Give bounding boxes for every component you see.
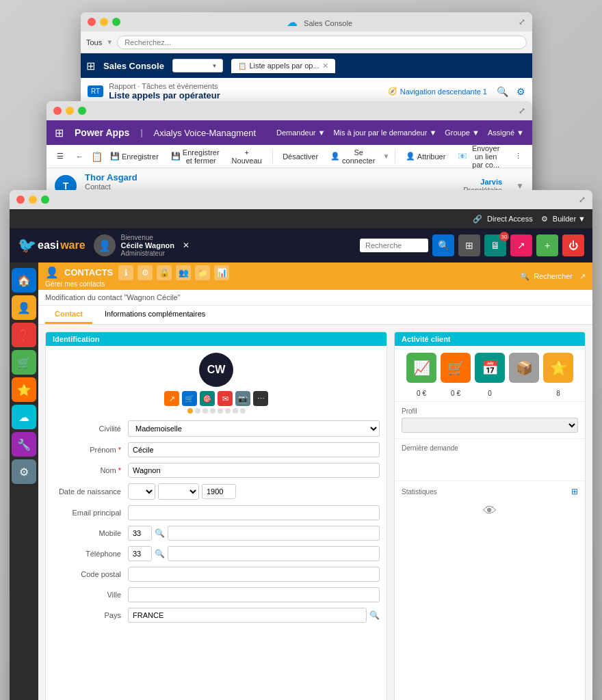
sf-tab-close-icon[interactable]: ✕ (322, 62, 328, 70)
ew-tel-search-icon[interactable]: 🔍 (155, 549, 165, 558)
ew-mobile-number-input[interactable] (168, 526, 380, 541)
sidebar-item-contacts[interactable]: 👤 (12, 295, 36, 320)
ew-direct-access-btn[interactable]: 🔗 Direct Access (473, 215, 533, 224)
pa-save-button[interactable]: 💾 Enregistrer (105, 150, 163, 163)
win3-maximize[interactable] (41, 196, 49, 204)
ew-contacts-icon-4[interactable]: 👥 (176, 265, 191, 280)
ew-av-icon-camera[interactable]: 📷 (235, 391, 250, 406)
sf-subtitle-settings-icon[interactable]: ⚙ (516, 86, 525, 97)
ew-tel-number-input[interactable] (168, 546, 380, 561)
pa-save-close-button[interactable]: 💾 Enregistrer et fermer (166, 146, 224, 167)
ew-contacts-search[interactable]: 🔍 Rechercher ↗ (520, 272, 586, 281)
sf-nav-desc[interactable]: 🧭 Navigation descendante 1 (388, 87, 487, 96)
ew-act-icon-package[interactable]: 📦 (509, 353, 539, 383)
ew-contacts-icon-5[interactable]: 📁 (195, 265, 210, 280)
win3-close[interactable] (16, 196, 25, 204)
ew-act-icon-calendar[interactable]: 📅 (475, 353, 505, 383)
ew-mobile-code-input[interactable] (128, 526, 152, 541)
ew-contacts-icon-1[interactable]: ℹ (118, 265, 133, 280)
ew-search-button[interactable]: 🔍 (432, 234, 454, 256)
ew-eye-icon: 👁 (402, 496, 578, 526)
sf-grid-icon[interactable]: ⊞ (86, 59, 95, 72)
ew-grid-button[interactable]: ⊞ (458, 234, 480, 256)
sidebar-item-settings[interactable]: ⚙ (12, 459, 36, 484)
ew-add-button[interactable]: + (536, 234, 558, 256)
ew-share-button[interactable]: ↗ (510, 234, 532, 256)
sidebar-item-cloud[interactable]: ☁ (12, 405, 36, 429)
sidebar-item-home[interactable]: 🏠 (12, 268, 36, 293)
sidebar-item-unknown[interactable]: ❓ (12, 323, 36, 347)
ew-profil-select[interactable] (402, 418, 578, 433)
pa-assign-button[interactable]: 👤 Attribuer (401, 150, 451, 163)
ew-ville-input[interactable] (128, 587, 380, 602)
sidebar-item-star[interactable]: ⭐ (12, 377, 36, 402)
pa-record-name[interactable]: Thor Asgard (85, 172, 455, 183)
ew-act-icon-sales[interactable]: 📈 (406, 353, 436, 383)
ew-civilite-select[interactable]: Mademoiselle (128, 420, 380, 437)
ew-monitor-button[interactable]: 🖥 30 (484, 234, 506, 256)
tab-infos-complementaires[interactable]: Informations complémentaires (95, 306, 215, 324)
win2-expand-icon[interactable]: ⤢ (519, 106, 525, 116)
ew-activity-icons: 📈 🛒 📅 📦 ⭐ (395, 346, 585, 390)
pa-demandeur-filter[interactable]: Demandeur ▼ (276, 129, 325, 137)
pa-more-button[interactable]: ⋮ (510, 150, 527, 163)
ew-power-button[interactable]: ⏻ (562, 234, 584, 256)
ew-header-search-input[interactable] (360, 239, 428, 252)
pa-menu-button[interactable]: ☰ (52, 150, 68, 163)
ew-mobile-label: Mobile (53, 529, 128, 537)
win1-maximize[interactable] (112, 18, 120, 26)
pa-back-button[interactable]: ← (71, 150, 88, 163)
ew-nom-input[interactable] (128, 463, 380, 478)
tab-contact[interactable]: Contact (45, 306, 92, 324)
pa-maj-filter[interactable]: Mis à jour par le demandeur ▼ (333, 129, 436, 137)
ew-dob-year-input[interactable] (202, 484, 236, 499)
ew-av-icon-target[interactable]: 🎯 (200, 391, 215, 406)
ew-contacts-icon-6[interactable]: 📊 (214, 265, 229, 280)
pa-connect-dropdown[interactable]: ▼ (382, 152, 389, 160)
ew-dob-month-select[interactable] (158, 483, 199, 500)
sf-subtitle-search-icon[interactable]: 🔍 (497, 86, 508, 97)
ew-builder-btn[interactable]: ⚙ Builder ▼ (541, 215, 586, 224)
win1-expand-icon[interactable]: ⤢ (519, 17, 525, 27)
ew-mobile-search-icon[interactable]: 🔍 (155, 528, 165, 538)
pa-assigne-filter[interactable]: Assigné ▼ (488, 129, 524, 137)
sf-rapports-dropdown[interactable]: Rapports (172, 59, 224, 72)
win1-minimize[interactable] (100, 18, 108, 26)
sidebar-item-tools[interactable]: 🔧 (12, 432, 36, 457)
ew-user-close-icon[interactable]: ✕ (183, 241, 189, 250)
ew-user-role: Administrateur (121, 250, 174, 257)
ew-stats-expand-icon[interactable]: ⊞ (571, 487, 578, 496)
pa-deactivate-button[interactable]: Désactiver (278, 150, 323, 163)
pa-connect-button[interactable]: 👤 Se connecter (326, 146, 380, 167)
pa-app-name: Axialys Voice-Managment (154, 128, 257, 138)
sf-active-tab[interactable]: 📋 Liste appels par op... ✕ (231, 59, 335, 73)
win2-close[interactable] (53, 107, 62, 115)
ew-av-icon-mail[interactable]: ✉ (218, 391, 233, 406)
ew-av-icon-share[interactable]: ↗ (164, 391, 179, 406)
ew-contacts-icon-3[interactable]: 🔒 (157, 265, 172, 280)
ew-postal-input[interactable] (128, 567, 380, 582)
sidebar-item-cart[interactable]: 🛒 (12, 350, 36, 375)
ew-act-icon-cart[interactable]: 🛒 (441, 353, 471, 383)
win2-minimize[interactable] (66, 107, 74, 115)
ew-email-input[interactable] (128, 505, 380, 520)
ew-pays-input[interactable] (128, 608, 367, 623)
pa-new-button[interactable]: + Nouveau (227, 146, 267, 167)
win2-maximize[interactable] (78, 107, 86, 115)
pa-collapse-icon[interactable]: ▼ (516, 181, 524, 191)
ew-pays-search-icon[interactable]: 🔍 (369, 610, 380, 620)
sf-search-input[interactable] (117, 36, 527, 49)
pa-groupe-filter[interactable]: Groupe ▼ (445, 129, 480, 137)
win1-close[interactable] (88, 18, 96, 26)
ew-dob-day-select[interactable] (128, 483, 155, 500)
ew-prenom-input[interactable] (128, 442, 380, 457)
pa-share-button[interactable]: 📧 Envoyer un lien par co... (453, 142, 507, 171)
ew-act-icon-star[interactable]: ⭐ (543, 353, 573, 383)
ew-av-icon-cart[interactable]: 🛒 (182, 391, 197, 406)
ew-tel-code-input[interactable] (128, 546, 152, 561)
ew-contacts-icon-2[interactable]: ⚙ (138, 265, 153, 280)
win3-expand-icon[interactable]: ⤢ (579, 195, 586, 204)
win1-title: ☁ Sales Console (125, 16, 514, 29)
ew-av-icon-more[interactable]: ⋯ (253, 391, 268, 406)
win3-minimize[interactable] (29, 196, 37, 204)
